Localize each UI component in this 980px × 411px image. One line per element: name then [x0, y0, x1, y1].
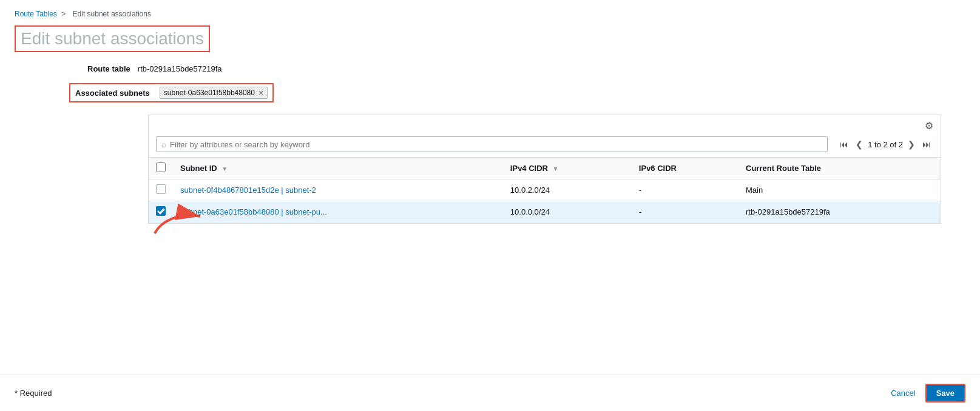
subnet-tag-close-0[interactable]: × — [259, 89, 263, 97]
table-row: subnet-0f4b4867801e15d2e | subnet-2 10.0… — [149, 179, 941, 201]
row-0-route-table: Main — [738, 179, 941, 201]
route-table-row: Route table rtb-0291a15bde57219fa — [15, 64, 965, 73]
pagination-text: 1 to 2 of 2 — [868, 140, 903, 149]
table-header: Subnet ID ▼ IPv4 CIDR ▼ IPv6 CIDR — [149, 158, 941, 179]
row-0-subnet-id: subnet-0f4b4867801e15d2e | subnet-2 — [173, 179, 503, 201]
associated-subnets-label: Associated subnets — [75, 89, 150, 98]
required-label: * Required — [15, 389, 52, 398]
row-1-route-table: rtb-0291a15bde57219fa — [738, 201, 941, 223]
route-table-value: rtb-0291a15bde57219fa — [138, 64, 222, 73]
table-body: subnet-0f4b4867801e15d2e | subnet-2 10.0… — [149, 179, 941, 223]
row-0-ipv4: 10.0.2.0/24 — [503, 179, 632, 201]
footer-actions: Cancel Save — [891, 384, 965, 403]
header-checkbox-cell — [149, 158, 173, 179]
subnet-tag-id-0: subnet-0a63e01f58bb48080 — [164, 89, 255, 97]
associated-subnets-row: Associated subnets subnet-0a63e01f58bb48… — [15, 83, 965, 102]
checkbox-check-icon — [157, 207, 165, 215]
page-container: Route Tables > Edit subnet associations … — [0, 0, 980, 411]
row-1-checkbox[interactable] — [156, 206, 166, 216]
pagination-next-button[interactable]: ❯ — [905, 138, 917, 150]
gear-icon[interactable]: ⚙ — [925, 120, 933, 132]
search-bar-row: ⌕ ⏮ ❮ 1 to 2 of 2 ❯ ⏭ — [149, 132, 941, 158]
pagination-last-button[interactable]: ⏭ — [920, 138, 933, 150]
col-ipv4-cidr: IPv4 CIDR ▼ — [503, 158, 632, 179]
col-route-table: Current Route Table — [738, 158, 941, 179]
row-0-ipv6: - — [632, 179, 738, 201]
page-title: Edit subnet associations — [15, 25, 210, 52]
breadcrumb: Route Tables > Edit subnet associations — [15, 10, 965, 18]
search-input[interactable] — [170, 140, 822, 149]
row-1-checkbox-cell[interactable] — [149, 201, 173, 223]
breadcrumb-current: Edit subnet associations — [73, 10, 151, 18]
breadcrumb-separator: > — [61, 10, 66, 18]
col-ipv6-cidr-label: IPv6 CIDR — [639, 164, 677, 173]
table-toolbar: ⚙ — [149, 115, 941, 132]
footer: * Required Cancel Save — [0, 375, 980, 411]
col-subnet-id-label: Subnet ID — [180, 164, 217, 173]
save-button[interactable]: Save — [925, 384, 965, 403]
row-1-ipv6: - — [632, 201, 738, 223]
col-subnet-id-sort[interactable]: ▼ — [221, 165, 228, 172]
breadcrumb-parent-link[interactable]: Route Tables — [15, 10, 57, 18]
row-0-subnet-link[interactable]: subnet-0f4b4867801e15d2e | subnet-2 — [180, 185, 316, 195]
data-table: Subnet ID ▼ IPv4 CIDR ▼ IPv6 CIDR — [149, 158, 941, 223]
pagination: ⏮ ❮ 1 to 2 of 2 ❯ ⏭ — [837, 138, 933, 150]
cancel-button[interactable]: Cancel — [891, 389, 915, 398]
row-1-subnet-link[interactable]: subnet-0a63e01f58bb48080 | subnet-pu... — [180, 207, 327, 216]
col-ipv6-cidr: IPv6 CIDR — [632, 158, 738, 179]
col-ipv4-cidr-label: IPv4 CIDR — [510, 164, 548, 173]
associated-subnets-box: Associated subnets subnet-0a63e01f58bb48… — [69, 83, 274, 102]
col-subnet-id: Subnet ID ▼ — [173, 158, 503, 179]
col-route-table-label: Current Route Table — [746, 164, 821, 173]
header-checkbox[interactable] — [156, 162, 166, 172]
row-0-checkbox-cell[interactable] — [149, 179, 173, 201]
table-container: ⚙ ⌕ ⏮ ❮ 1 to 2 of 2 ❯ ⏭ — [148, 115, 941, 224]
pagination-first-button[interactable]: ⏮ — [837, 138, 851, 150]
row-1-subnet-id: subnet-0a63e01f58bb48080 | subnet-pu... — [173, 201, 503, 223]
search-input-wrapper[interactable]: ⌕ — [156, 136, 828, 152]
row-0-checkbox[interactable] — [156, 184, 166, 194]
annotation-layer: Subnet ID ▼ IPv4 CIDR ▼ IPv6 CIDR — [149, 158, 941, 223]
main-content: Route Tables > Edit subnet associations … — [0, 0, 980, 375]
route-table-label: Route table — [87, 64, 130, 73]
search-icon: ⌕ — [161, 139, 166, 149]
subnet-tag-0: subnet-0a63e01f58bb48080 × — [160, 87, 268, 99]
table-row: subnet-0a63e01f58bb48080 | subnet-pu... … — [149, 201, 941, 223]
row-1-ipv4: 10.0.0.0/24 — [503, 201, 632, 223]
pagination-prev-button[interactable]: ❮ — [853, 138, 865, 150]
col-ipv4-cidr-sort[interactable]: ▼ — [553, 165, 559, 172]
